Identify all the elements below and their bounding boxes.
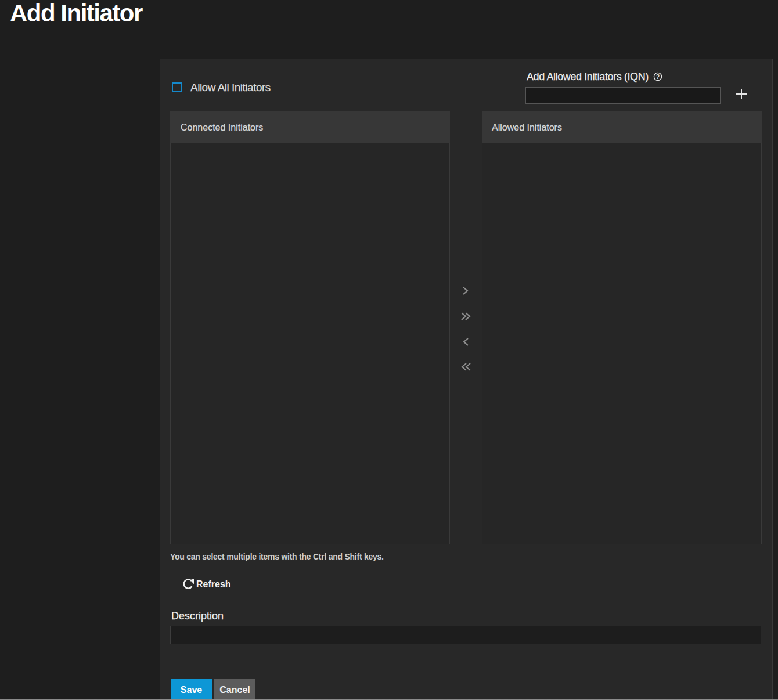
svg-text:?: ? [656, 74, 660, 80]
